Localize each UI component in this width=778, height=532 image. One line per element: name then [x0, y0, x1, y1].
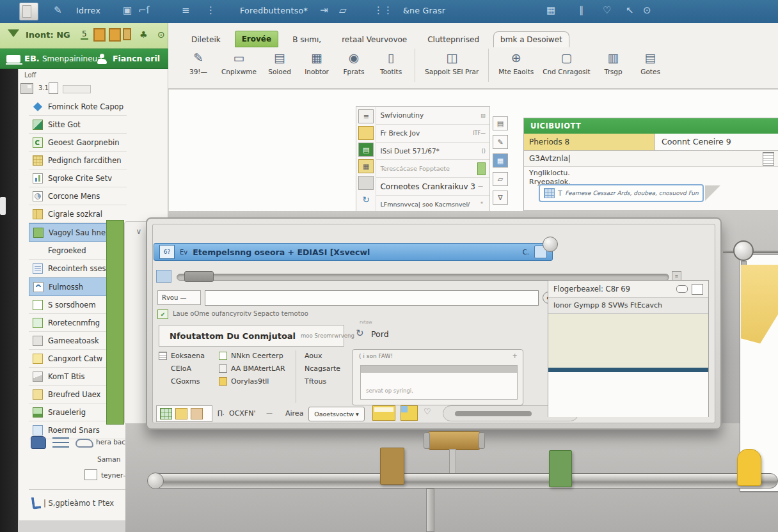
option-item[interactable]: Aoux: [305, 352, 340, 360]
dialog-titlebar[interactable]: 6? Ev Etempelsnng oseora + EDIASI [Xsvec…: [154, 243, 553, 261]
heart-icon[interactable]: ♡: [603, 4, 611, 16]
ribbon-button[interactable]: ◫ Sappoit SEI Prar: [423, 49, 480, 77]
main-input[interactable]: [205, 290, 539, 306]
cloud-icon[interactable]: [75, 439, 93, 448]
refresh-icon[interactable]: ↻: [356, 327, 364, 339]
grid-icon[interactable]: ▣: [123, 4, 132, 16]
orange-box-icon[interactable]: [93, 28, 106, 42]
area-button[interactable]: Airea: [285, 409, 303, 418]
jug-icon[interactable]: [31, 436, 46, 449]
ribbon-button[interactable]: ▥ Trsgp: [598, 49, 630, 77]
ribbon-button[interactable]: ▤ Soioed: [264, 49, 296, 77]
option-item[interactable]: Ncagsarte: [305, 364, 340, 373]
ribbon-button[interactable]: ▢ Cnd Cnragosit: [541, 49, 592, 77]
corner-icon[interactable]: ⌐ſ: [138, 4, 150, 16]
sidebar-item[interactable]: Sitte Got: [29, 116, 127, 134]
keyboard-icon[interactable]: ▦: [546, 4, 555, 16]
green-grid-icon[interactable]: [160, 408, 172, 419]
panel-icon[interactable]: [358, 176, 374, 190]
ribbon-button[interactable]: ▦ Inobtor: [301, 49, 333, 77]
field-row[interactable]: ISsi Duet 571/67* (): [376, 143, 489, 160]
filter-icon[interactable]: [8, 29, 19, 37]
side-panel-checkbox[interactable]: [692, 284, 703, 295]
hanger-knob[interactable]: [733, 240, 754, 261]
option-item[interactable]: Tftous: [305, 377, 340, 386]
list-lines-icon[interactable]: [52, 437, 69, 448]
clover-icon[interactable]: ♣: [139, 29, 148, 40]
fill-color-icon[interactable]: [401, 405, 418, 421]
ribbon-tab[interactable]: bmk a Desoiwet: [493, 31, 569, 47]
sidebar-extra-label[interactable]: hera bac: [96, 438, 125, 446]
ribbon-button[interactable]: [415, 49, 415, 82]
field-row[interactable]: Swfvionutiny ▤: [376, 107, 489, 125]
doc-icon[interactable]: [49, 82, 58, 94]
option-item[interactable]: NNkn Ceerterp: [219, 352, 285, 360]
orange-box-icon[interactable]: [109, 28, 121, 42]
option-item[interactable]: Oorylas9tll: [219, 377, 285, 386]
copy-icon[interactable]: ▱: [339, 4, 347, 16]
table-row[interactable]: Pheriods 8 Coonnt Ceneire 9: [524, 134, 778, 151]
panel-icon[interactable]: ▤: [358, 143, 374, 157]
sidebar-search-input[interactable]: [63, 85, 91, 93]
ribbon-button[interactable]: ◉ Fprats: [338, 49, 370, 77]
panel-icon[interactable]: ▤: [493, 116, 508, 130]
sidebar-item[interactable]: Fominck Rote Capop: [29, 98, 127, 116]
ribbon-button[interactable]: ✎ 39!—: [182, 49, 214, 77]
paint-bucket-icon[interactable]: [372, 405, 395, 421]
dock-scrollbar[interactable]: [0, 197, 6, 215]
option-item[interactable]: CEloA: [159, 364, 205, 373]
field-row[interactable]: LFmnsnvvca| soo Kacmsnvel/ *: [376, 196, 489, 213]
ribbon-button[interactable]: ▭ Cnpixwme: [219, 49, 258, 77]
ribbon-tab[interactable]: retaal Veurvovoe: [335, 32, 413, 47]
pord-label[interactable]: Pord: [371, 329, 389, 339]
account-name[interactable]: Smenpainineua: [42, 54, 102, 63]
yellow-folder-icon[interactable]: [175, 408, 187, 419]
ribbon-tab[interactable]: Dileteik: [185, 32, 227, 47]
ribbon-button[interactable]: ⊕ Mte Eaoits: [496, 49, 536, 77]
slider-left-icon[interactable]: [156, 270, 171, 283]
add-icon[interactable]: +: [512, 352, 518, 359]
lines-icon[interactable]: ≡: [182, 4, 190, 16]
account-icon[interactable]: ⊙: [643, 4, 651, 16]
panel-icon[interactable]: ≡: [358, 109, 374, 123]
panel-icon[interactable]: ▦: [358, 159, 374, 173]
sidebar-extra-label[interactable]: Saman: [97, 455, 120, 463]
more-dots-icon[interactable]: ⋮⋮: [374, 4, 393, 16]
option-item[interactable]: CGoxms: [159, 377, 205, 386]
ribbon-button[interactable]: ▤ Gotes: [635, 49, 667, 77]
tan-box-icon[interactable]: [123, 28, 131, 40]
heart-outline-icon[interactable]: ♡: [424, 407, 431, 416]
section-header[interactable]: Nfoutattom Du Conmjutoal moo Sreomrwrven…: [159, 325, 344, 347]
cursor-icon[interactable]: ↖: [626, 4, 634, 16]
panel-icon[interactable]: ∇: [493, 191, 508, 205]
field-row[interactable]: Terescácase Fopptaete: [376, 160, 489, 178]
formula-callout[interactable]: T Feamese Cessazr Ards, doubea, cnosuovd…: [539, 184, 704, 202]
ribbon-tab[interactable]: Erovée: [235, 31, 278, 47]
group-input[interactable]: servat op syringi,: [360, 365, 518, 400]
copy-icon[interactable]: [191, 408, 203, 419]
ribbon-button[interactable]: [488, 49, 489, 82]
pen-icon[interactable]: ✎: [54, 4, 62, 16]
slider-end-button[interactable]: ≡: [672, 271, 681, 281]
sidebar-item[interactable]: Geoest Gaorpnebin: [29, 134, 127, 152]
option-item[interactable]: AA BMAtertLAR: [219, 364, 285, 373]
save-icon[interactable]: [20, 83, 33, 94]
tab-key-icon[interactable]: ⇥: [320, 4, 328, 16]
panel-icon[interactable]: ▦: [493, 153, 508, 168]
sidebar-item[interactable]: Pedignch farcdithen: [29, 152, 127, 169]
panel-icon[interactable]: ▱: [493, 172, 508, 186]
sidebar-checkbox[interactable]: [84, 469, 97, 480]
panel-icon[interactable]: ↻: [358, 192, 374, 207]
sidebar-item[interactable]: Corcone Mens: [29, 187, 127, 205]
close-button[interactable]: C.: [523, 249, 529, 256]
dropdown-button[interactable]: Oaoetsvoctw ▾: [308, 407, 365, 421]
ribbon-button[interactable]: ▯ Tootits: [375, 49, 407, 77]
sidebar-item[interactable]: Sqroke Crite Setv: [29, 169, 127, 187]
chart-icon[interactable]: ∥: [579, 4, 584, 16]
sidebar-search-value[interactable]: 3.1: [38, 84, 49, 91]
field-row[interactable]: Fr Breck Jov ITF—: [376, 125, 489, 143]
screw-knob[interactable]: [543, 237, 558, 252]
account-right-label[interactable]: Fiancn eril: [113, 54, 160, 63]
table-cell[interactable]: Coonnt Ceneire 9: [655, 134, 778, 150]
ribbon-tab[interactable]: B sнmı,: [286, 32, 328, 47]
